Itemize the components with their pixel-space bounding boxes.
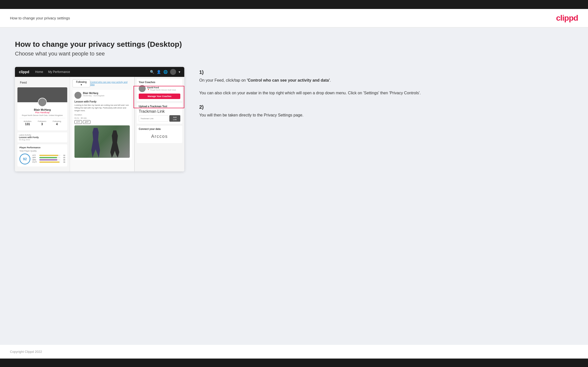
connect-data-title: Connect your data bbox=[139, 128, 180, 130]
nav-home[interactable]: Home bbox=[35, 70, 43, 74]
connect-data-section: Connect your data Arccos bbox=[137, 126, 182, 143]
golfer-figure-2 bbox=[107, 130, 122, 158]
top-bar bbox=[0, 0, 588, 9]
clippd-logo: clippd bbox=[556, 13, 578, 23]
stat-followers-label: Followers bbox=[38, 120, 46, 122]
post-body: Looking to feel like my hands are exitin… bbox=[74, 104, 130, 112]
latest-label: Latest Activity bbox=[19, 134, 66, 136]
app-nav-icons: 🔍 👤 🌐 ▾ bbox=[150, 69, 180, 75]
instruction-1-text: On your Feed, click/tap on 'Control who … bbox=[199, 77, 573, 96]
user-avatar[interactable] bbox=[170, 69, 176, 75]
trackman-link-label: Trackman Link bbox=[139, 109, 165, 113]
globe-icon[interactable]: 🌐 bbox=[163, 70, 168, 74]
quality-score: 92 bbox=[19, 154, 30, 164]
app-sidebar: Feed Blair McHarg Plus Handicap Royal No… bbox=[15, 77, 70, 171]
trackman-section: Upload a Trackman Test Trackman Link Add… bbox=[137, 103, 182, 124]
post-tags: OTT APP bbox=[74, 120, 130, 124]
site-footer: Copyright Clippd 2022 bbox=[0, 345, 588, 359]
app-right-panel: Your Coaches David Ford 📍 Royal North De… bbox=[134, 77, 184, 171]
bar-ott-track bbox=[39, 155, 60, 156]
stat-following-label: Following bbox=[53, 120, 61, 122]
feed-header: Following ▾ Control who can see your act… bbox=[72, 79, 132, 87]
app-nav-links: Home My Performance bbox=[35, 70, 70, 74]
bar-arg-fill bbox=[39, 159, 57, 160]
arccos-logo: Arccos bbox=[139, 132, 180, 141]
coach-details: David Ford 📍 Royal North Devon Golf Club bbox=[147, 86, 176, 91]
stat-following: Following 4 bbox=[53, 120, 61, 126]
post-author-name: Blair McHarg bbox=[83, 92, 104, 95]
manage-coaches-button[interactable]: Manage Your Coaches bbox=[139, 94, 180, 99]
stat-activities-value: 131 bbox=[24, 122, 32, 126]
chevron-down-icon[interactable]: ▾ bbox=[179, 70, 180, 74]
post-image bbox=[74, 125, 130, 158]
coach-club: 📍 Royal North Devon Golf Club bbox=[147, 89, 176, 91]
tag-app: APP bbox=[83, 120, 90, 124]
user-icon[interactable]: 👤 bbox=[157, 70, 161, 74]
trackman-link-input[interactable] bbox=[139, 115, 168, 122]
profile-stats: Activities 131 Followers 3 Following 4 bbox=[19, 118, 65, 128]
stat-following-value: 4 bbox=[53, 122, 61, 126]
profile-club: Royal North Devon Golf Club, United King… bbox=[19, 114, 65, 116]
feed-tab[interactable]: Feed bbox=[17, 79, 67, 86]
control-privacy-link[interactable]: Control who can see your activity and da… bbox=[90, 81, 132, 86]
bar-app-track bbox=[39, 157, 60, 158]
bar-app-fill bbox=[39, 157, 57, 158]
bar-ott: OTT 90 bbox=[32, 155, 65, 156]
app-logo: clippd bbox=[19, 70, 29, 74]
page-subheading: Choose what you want people to see bbox=[15, 51, 573, 57]
location-icon: 📍 bbox=[147, 89, 150, 91]
site-header: How to change your privacy settings clip… bbox=[0, 9, 588, 28]
app-body: Feed Blair McHarg Plus Handicap Royal No… bbox=[15, 77, 184, 171]
bar-app: APP 85 bbox=[32, 157, 65, 158]
perf-content: 92 OTT 90 APP 85 bbox=[19, 154, 65, 164]
post-meta: Blair McHarg Yesterday · Sunningdale bbox=[83, 92, 104, 97]
content-wrapper: clippd Home My Performance 🔍 👤 🌐 ▾ Feed bbox=[15, 67, 573, 171]
latest-title: Lesson with Fordy bbox=[19, 136, 66, 139]
bar-ott-val: 90 bbox=[61, 155, 65, 156]
bar-arg-val: 86 bbox=[61, 159, 65, 161]
post-title: Lesson with Fordy bbox=[74, 100, 130, 103]
perf-title: Player Performance bbox=[19, 146, 65, 149]
feed-post: Blair McHarg Yesterday · Sunningdale Les… bbox=[72, 90, 132, 160]
stat-followers: Followers 3 bbox=[38, 120, 46, 126]
stat-followers-value: 3 bbox=[38, 122, 46, 126]
instruction-1-num: 1) bbox=[199, 69, 573, 75]
app-navbar: clippd Home My Performance 🔍 👤 🌐 ▾ bbox=[15, 67, 184, 77]
stat-activities: Activities 131 bbox=[24, 120, 32, 126]
coaches-section-title: Your Coaches bbox=[139, 81, 180, 84]
bar-putt-track bbox=[39, 161, 60, 163]
perf-bars: OTT 90 APP 85 ARG bbox=[32, 155, 65, 163]
post-duration-value: 01 hr : 30 min bbox=[74, 117, 130, 119]
your-coaches-section: Your Coaches David Ford 📍 Royal North De… bbox=[137, 79, 182, 101]
bar-arg: ARG 86 bbox=[32, 159, 65, 161]
trackman-section-title: Upload a Trackman Test bbox=[139, 105, 180, 108]
profile-handicap: Plus Handicap bbox=[19, 111, 65, 114]
coach-name: David Ford bbox=[147, 86, 176, 89]
golfer-figure-1 bbox=[89, 128, 102, 158]
instruction-1: 1) On your Feed, click/tap on 'Control w… bbox=[199, 69, 573, 96]
add-link-button[interactable]: Add Link bbox=[169, 115, 180, 122]
bar-putt-fill bbox=[39, 161, 60, 163]
following-button[interactable]: Following ▾ bbox=[72, 79, 90, 87]
bar-app-label: APP bbox=[32, 157, 38, 158]
instruction-2: 2) You will then be taken directly to th… bbox=[199, 104, 573, 118]
bar-arg-track bbox=[39, 159, 60, 160]
perf-subtitle: Total Player Quality bbox=[19, 150, 65, 152]
coach-avatar bbox=[139, 85, 146, 92]
bottom-bar bbox=[0, 359, 588, 367]
latest-activity: Latest Activity Lesson with Fordy 03 Aug… bbox=[17, 132, 67, 142]
bar-arg-label: ARG bbox=[32, 159, 38, 161]
page-title: How to change your privacy settings bbox=[10, 16, 70, 20]
post-author-location: Yesterday · Sunningdale bbox=[83, 95, 104, 97]
main-content: How to change your privacy settings (Des… bbox=[0, 28, 588, 345]
player-performance: Player Performance Total Player Quality … bbox=[17, 144, 67, 166]
bar-putt-val: 96 bbox=[61, 161, 65, 163]
search-icon[interactable]: 🔍 bbox=[150, 70, 154, 74]
profile-banner bbox=[17, 87, 67, 102]
copyright-text: Copyright Clippd 2022 bbox=[10, 350, 42, 354]
post-header: Blair McHarg Yesterday · Sunningdale bbox=[74, 92, 130, 99]
bar-app-val: 85 bbox=[61, 157, 65, 158]
latest-date: 03 Aug 2022 bbox=[19, 139, 66, 141]
post-author-avatar bbox=[74, 92, 81, 99]
nav-my-performance[interactable]: My Performance bbox=[48, 70, 70, 74]
